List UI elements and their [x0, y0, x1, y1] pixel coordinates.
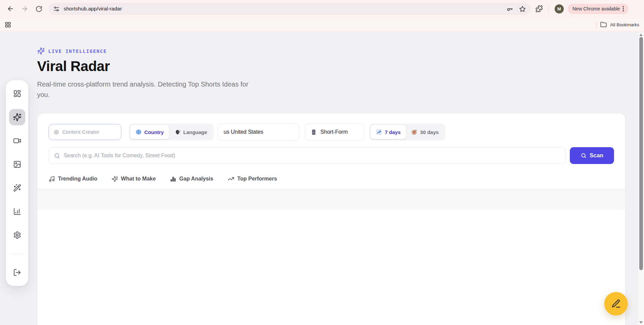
geo-toggle: Country Language: [129, 124, 214, 140]
compose-fab-button[interactable]: [604, 292, 628, 316]
tab-top-performers[interactable]: Top Performers: [228, 175, 277, 182]
globe-icon: [136, 129, 142, 135]
sidebar-item-video[interactable]: [9, 133, 25, 149]
gear-icon: [13, 231, 21, 239]
search-icon: [581, 153, 587, 159]
range-toggle-7-days[interactable]: 7 days: [371, 125, 406, 139]
search-row: Scan: [49, 147, 614, 164]
filter-row: Country Language us United States Short-…: [49, 124, 614, 140]
country-select-value: us United States: [224, 129, 263, 135]
sidebar-item-magic-tools[interactable]: [9, 180, 25, 196]
apps-grid-icon[interactable]: [5, 22, 11, 28]
chart-column-icon: [13, 207, 21, 216]
logout-icon: [13, 268, 21, 277]
tab-label: What to Make: [121, 176, 156, 182]
image-icon: [13, 160, 21, 168]
url-text[interactable]: shortshub.app/viral-radar: [64, 6, 502, 12]
browser-menu-icon[interactable]: [620, 4, 627, 13]
tab-label: Top Performers: [237, 176, 277, 182]
sidebar-item-dashboard[interactable]: [9, 86, 25, 102]
geo-language-label: Language: [183, 129, 207, 135]
sidebar-item-analytics[interactable]: [9, 203, 25, 220]
country-select[interactable]: us United States: [218, 124, 299, 140]
sidebar-item-media[interactable]: [9, 156, 25, 172]
bookmark-star-icon[interactable]: [519, 5, 526, 12]
page-header: LIVE INTELLIGENCE Viral Radar Real-time …: [37, 47, 250, 100]
pen-icon: [611, 299, 621, 309]
geo-toggle-country[interactable]: Country: [130, 125, 169, 139]
sparkles-icon: [112, 176, 118, 182]
folder-icon: [600, 21, 607, 28]
toolbar-separator: [548, 5, 549, 12]
sparkles-icon: [13, 113, 22, 122]
viral-radar-card: Country Language us United States Short-…: [37, 113, 625, 325]
page-subtitle: Real-time cross-platform trend analysis.…: [37, 79, 250, 100]
tab-label: Gap Analysis: [179, 176, 213, 182]
live-intelligence-badge: LIVE INTELLIGENCE: [37, 47, 250, 55]
tab-gap-analysis[interactable]: Gap Analysis: [170, 176, 213, 182]
bookmarks-separator: [596, 22, 597, 28]
forward-button[interactable]: [19, 3, 30, 14]
viral-radar-page: LIVE INTELLIGENCE Viral Radar Real-time …: [0, 32, 644, 325]
address-bar[interactable]: shortshub.app/viral-radar: [49, 3, 531, 15]
scroll-down-arrow-icon[interactable]: [639, 321, 643, 324]
content-creator-field[interactable]: [49, 124, 121, 140]
browser-toolbar: shortshub.app/viral-radar M New Chrome a…: [0, 0, 644, 18]
chart-up-icon: [376, 129, 382, 135]
empty-results-band: [37, 189, 625, 209]
geo-toggle-language[interactable]: Language: [169, 125, 213, 139]
format-select-value: Short-Form: [320, 129, 348, 135]
scan-button[interactable]: Scan: [570, 147, 614, 164]
range-30-days-label: 30 days: [420, 129, 439, 135]
back-arrow-icon: [7, 5, 14, 12]
search-icon: [54, 153, 60, 159]
trending-up-icon: [228, 175, 234, 182]
content-creator-input[interactable]: [62, 129, 116, 135]
tabs-row: Trending Audio What to Make Gap Analysis…: [49, 172, 614, 186]
geo-country-label: Country: [144, 129, 164, 135]
range-toggle: 7 days 30 days: [369, 124, 445, 140]
target-icon: [54, 129, 59, 135]
bar-chart-icon: [170, 176, 176, 182]
wand-sparkles-icon: [13, 184, 21, 192]
tab-label: Trending Audio: [58, 176, 97, 182]
sidebar-item-logout[interactable]: [9, 264, 25, 281]
sparkles-icon: [37, 47, 45, 55]
dashboard-icon: [13, 90, 21, 98]
speaking-head-icon: [175, 129, 181, 135]
chrome-update-button[interactable]: New Chrome available: [568, 4, 628, 14]
tab-what-to-make[interactable]: What to Make: [112, 176, 156, 182]
back-button[interactable]: [5, 3, 16, 14]
video-camera-icon: [13, 137, 21, 145]
scrollbar-thumb[interactable]: [639, 37, 643, 270]
range-toggle-30-days[interactable]: 30 days: [406, 125, 444, 139]
chrome-update-label: New Chrome available: [573, 6, 620, 11]
floating-sidebar: [6, 80, 28, 286]
scan-button-label: Scan: [590, 152, 604, 159]
page-scrollbar[interactable]: [638, 32, 644, 325]
tab-trending-audio[interactable]: Trending Audio: [49, 176, 97, 182]
site-settings-icon[interactable]: [53, 6, 60, 12]
page-title: Viral Radar: [37, 58, 250, 74]
profile-avatar[interactable]: M: [555, 4, 564, 13]
music-icon: [49, 176, 55, 182]
scroll-up-arrow-icon[interactable]: [639, 34, 643, 36]
search-input[interactable]: [64, 153, 560, 159]
eyebrow-label: LIVE INTELLIGENCE: [48, 48, 107, 54]
range-7-days-label: 7 days: [385, 129, 401, 135]
password-key-icon[interactable]: [506, 5, 514, 12]
format-select[interactable]: Short-Form: [305, 124, 364, 140]
reload-icon: [35, 5, 42, 12]
extensions-icon[interactable]: [535, 5, 543, 12]
phone-grid-icon: [311, 129, 317, 135]
sidebar-item-settings[interactable]: [9, 227, 25, 243]
sidebar-divider: [10, 254, 24, 254]
bookmarks-bar: All Bookmarks: [0, 18, 644, 32]
sidebar-item-viral-radar[interactable]: [9, 109, 25, 125]
forward-arrow-icon: [21, 5, 28, 12]
all-bookmarks-button[interactable]: All Bookmarks: [610, 22, 639, 27]
reload-button[interactable]: [33, 3, 45, 14]
search-field[interactable]: [49, 147, 566, 164]
target-icon: [411, 129, 417, 135]
